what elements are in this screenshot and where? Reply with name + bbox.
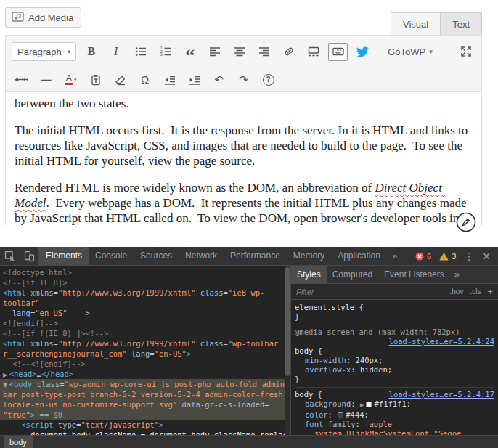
- code-line[interactable]: <!--<![endif]-->: [0, 359, 290, 369]
- selected-element-line[interactable]: "true"> == $0: [0, 410, 290, 420]
- clear-formatting-button[interactable]: [110, 70, 130, 89]
- add-media-button[interactable]: Add Media: [5, 7, 81, 28]
- selected-element-line[interactable]: ▼ <body class="wp-admin wp-core-ui js po…: [0, 379, 290, 389]
- token-attr: class: [196, 339, 224, 348]
- code-line[interactable]: <!doctype html>: [0, 267, 290, 277]
- devtools-tabs: ElementsConsoleSourcesNetworkPerformance…: [39, 247, 387, 265]
- inspect-element-icon[interactable]: [0, 247, 20, 265]
- style-rule[interactable]: @media screen and (max-width: 782px)load…: [295, 327, 494, 388]
- gotowp-dropdown[interactable]: GoToWP ▾: [388, 46, 433, 57]
- style-rule[interactable]: element.style {}: [295, 302, 494, 325]
- code-line[interactable]: ▶ <head>…</head>: [0, 369, 290, 379]
- editor-content[interactable]: between the two states. The initial HTML…: [6, 92, 481, 225]
- devtools-tab-memory[interactable]: Memory: [287, 247, 331, 265]
- increase-indent-button[interactable]: [184, 70, 204, 89]
- css-property[interactable]: min-width: 240px;: [295, 356, 494, 365]
- code-line[interactable]: document.body.className = document.body.…: [0, 430, 290, 435]
- undo-button[interactable]: ↶: [209, 70, 229, 89]
- horizontal-rule-button[interactable]: —: [36, 70, 56, 89]
- tab-text[interactable]: Text: [440, 12, 482, 35]
- elements-tree[interactable]: <!doctype html><!--[if IE 8]><html xmlns…: [0, 266, 290, 435]
- code-line[interactable]: <![endif]-->: [0, 318, 290, 328]
- bold-button[interactable]: B: [81, 43, 101, 61]
- stylesheet-source-link[interactable]: load-styles…er=5.2.4:17: [389, 390, 494, 399]
- css-property[interactable]: overflow-x: hidden;: [295, 365, 494, 375]
- token-arrow: ▼: [3, 382, 9, 388]
- token-val: locale-en-us no-customize-support svg": [3, 400, 177, 409]
- console-warning-badge[interactable]: 3: [439, 252, 456, 261]
- css-property[interactable]: background: ▶ #f1f1f1;: [295, 399, 494, 410]
- devtools-tab-network[interactable]: Network: [179, 247, 224, 265]
- devtools-menu-icon[interactable]: ⋮: [464, 251, 474, 262]
- read-more-button[interactable]: [303, 43, 323, 61]
- paste-as-text-button[interactable]: [86, 70, 105, 89]
- twitter-share-button[interactable]: [353, 43, 372, 61]
- code-line[interactable]: <!--[if !(IE 8) ]><!-->: [0, 328, 290, 338]
- token-attr: type: [54, 420, 77, 429]
- source-link-line: load-styles…er=5.2.4:24: [295, 337, 494, 346]
- italic-button[interactable]: I: [106, 43, 126, 61]
- bulleted-list-button[interactable]: [131, 43, 150, 61]
- property-value: 240px;: [356, 356, 383, 364]
- fullscreen-button[interactable]: [456, 43, 475, 61]
- device-toolbar-icon[interactable]: [20, 247, 39, 265]
- hov-toggle[interactable]: :hov: [450, 288, 464, 296]
- devtools-tab-application[interactable]: Application: [331, 247, 387, 265]
- scrollbar-thumb[interactable]: [285, 267, 290, 376]
- rule-selector: body: [295, 346, 313, 355]
- help-button[interactable]: ?: [258, 70, 278, 89]
- more-sidebar-tabs-icon[interactable]: »: [450, 266, 464, 283]
- special-character-button[interactable]: Ω: [135, 70, 155, 89]
- tab-visual[interactable]: Visual: [391, 12, 441, 35]
- code-line[interactable]: <!--[if IE 8]>: [0, 277, 290, 288]
- code-line[interactable]: <html xmlns="http://www.w3.org/1999/xhtm…: [0, 288, 290, 298]
- selected-element-line[interactable]: bar post-type-post branch-5-2 version-5-…: [0, 389, 290, 399]
- styles-tab-styles[interactable]: Styles: [291, 266, 327, 283]
- decrease-indent-button[interactable]: [160, 70, 179, 89]
- styles-filter-input[interactable]: [296, 288, 444, 296]
- property-name: overflow-x: [305, 365, 351, 374]
- styles-tab-event-listeners[interactable]: Event Listeners: [378, 266, 450, 283]
- css-property[interactable]: font-family: -apple-system,BlinkMacSyste…: [295, 420, 494, 435]
- devtools-tab-sources[interactable]: Sources: [134, 247, 179, 265]
- strikethrough-button[interactable]: ABC: [12, 70, 31, 89]
- blockquote-button[interactable]: “: [180, 43, 200, 61]
- code-line[interactable]: r__searchenginejournal_com" lang="en-US"…: [0, 349, 290, 359]
- code-line[interactable]: <script type="text/javascript">: [0, 420, 290, 430]
- paragraph-format-dropdown[interactable]: Paragraph ▾: [12, 42, 76, 61]
- devtools-close-icon[interactable]: ✕: [482, 251, 491, 262]
- insert-link-button[interactable]: [279, 43, 298, 61]
- stylesheet-source-link[interactable]: load-styles…er=5.2.4:24: [389, 337, 494, 346]
- italic-glyph: I: [114, 45, 118, 58]
- increase-indent-icon: [188, 73, 201, 86]
- redo-button[interactable]: ↷: [234, 70, 253, 89]
- code-line[interactable]: toolbar": [0, 298, 290, 308]
- elements-scrollbar[interactable]: [285, 266, 290, 435]
- devtools-tab-performance[interactable]: Performance: [224, 247, 287, 265]
- token-val: "text/javascript": [81, 420, 158, 429]
- devtools-tab-console[interactable]: Console: [89, 247, 134, 265]
- breadcrumb-body[interactable]: body: [4, 436, 33, 448]
- expand-shorthand-icon: ▶: [360, 402, 366, 408]
- chevron-down-icon: ▾: [74, 77, 77, 83]
- toolbar-toggle-icon: [332, 45, 345, 58]
- numbered-list-button[interactable]: 123: [155, 43, 175, 61]
- code-line[interactable]: <html xmlns="http://www.w3.org/1999/xhtm…: [0, 338, 290, 349]
- code-line[interactable]: lang="en-US" >: [0, 308, 290, 318]
- rule-close-brace: }: [295, 312, 494, 322]
- cls-toggle[interactable]: .cls: [470, 288, 481, 296]
- selected-element-line[interactable]: locale-en-us no-customize-support svg" d…: [0, 399, 290, 410]
- align-center-button[interactable]: [229, 43, 249, 61]
- align-left-button[interactable]: [205, 43, 224, 61]
- new-style-rule-button[interactable]: +: [487, 286, 493, 297]
- devtools-tab-elements[interactable]: Elements: [39, 247, 89, 265]
- console-error-badge[interactable]: 6: [415, 252, 431, 261]
- toolbar-toggle-button[interactable]: [328, 43, 348, 61]
- style-rule[interactable]: load-styles…er=5.2.4:17body {background:…: [295, 389, 494, 435]
- align-right-button[interactable]: [254, 43, 274, 61]
- more-tabs-icon[interactable]: »: [387, 247, 402, 265]
- property-name: color: [305, 410, 328, 419]
- css-property[interactable]: color: #444;: [295, 410, 494, 420]
- text-color-button[interactable]: A▾: [61, 70, 81, 89]
- styles-tab-computed[interactable]: Computed: [327, 266, 378, 283]
